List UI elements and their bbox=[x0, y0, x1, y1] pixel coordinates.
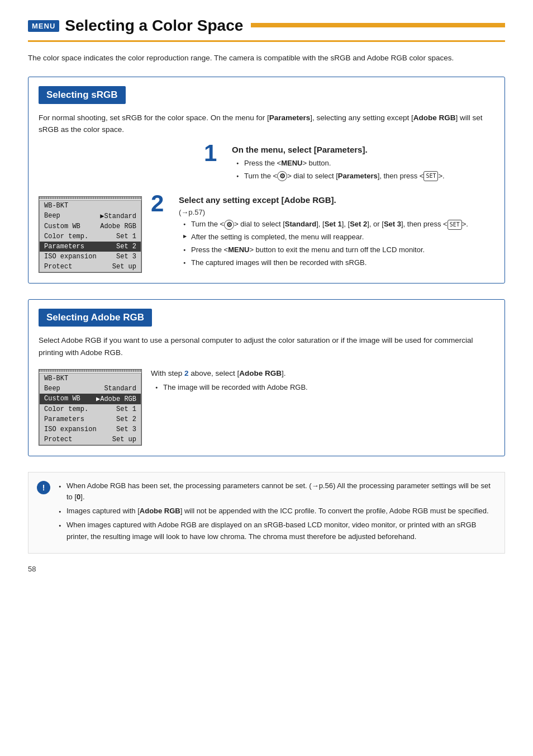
section-srgb-intro: For normal shooting, set sRGB for the co… bbox=[39, 112, 494, 136]
step2-bullets: Turn the <⚙> dial to select [Standard], … bbox=[182, 219, 494, 268]
step1-bullets: Press the <MENU> button. Turn the <⚙> di… bbox=[235, 158, 494, 182]
step2-bullet3: Press the <MENU> button to exit the menu… bbox=[182, 244, 494, 256]
step2-bullet2: After the setting is completed, the menu… bbox=[182, 231, 494, 243]
page-number: 58 bbox=[28, 565, 505, 573]
section-adobe-header: Selecting Adobe RGB bbox=[39, 309, 152, 327]
step2-row: WB-BKTBeep▶StandardCustom WBAdobe RGBCol… bbox=[39, 194, 494, 273]
step1-bullet2: Turn the <⚙> dial to select [Parameters]… bbox=[235, 171, 494, 182]
menu-badge: MENU bbox=[28, 20, 59, 32]
section-adobe-intro: Select Adobe RGB if you want to use a pe… bbox=[39, 334, 494, 358]
page-title: Selecting a Color Space bbox=[65, 17, 243, 35]
notes-list: When Adobe RGB has been set, the process… bbox=[58, 480, 496, 545]
note-item-2: Images captured with [Adobe RGB] will no… bbox=[58, 505, 496, 517]
section-srgb-header: Selecting sRGB bbox=[39, 86, 126, 104]
adobe-step-bullets: The image will be recorded with Adobe RG… bbox=[154, 382, 494, 394]
notes-section: ! When Adobe RGB has been set, the proce… bbox=[28, 472, 505, 554]
adobe-step-text: With step 2 above, select [Adobe RGB]. bbox=[151, 369, 494, 377]
step2-content: Select any setting except [Adobe RGB]. (… bbox=[179, 194, 494, 270]
step2-bullet4: The captured images will then be recorde… bbox=[182, 257, 494, 269]
steps-area-srgb: 1 On the menu, select [Parameters]. Pres… bbox=[39, 144, 494, 273]
step1-number: 1 bbox=[204, 141, 229, 165]
svg-text:!: ! bbox=[42, 483, 45, 492]
note-item-1: When Adobe RGB has been set, the process… bbox=[58, 480, 496, 504]
step2-title: Select any setting except [Adobe RGB]. bbox=[179, 195, 494, 205]
adobe-step-content: With step 2 above, select [Adobe RGB]. T… bbox=[151, 367, 494, 395]
note-icon: ! bbox=[36, 480, 52, 545]
step2-number: 2 bbox=[151, 192, 175, 215]
step2-bullet1: Turn the <⚙> dial to select [Standard], … bbox=[182, 219, 494, 230]
adobe-bullet1: The image will be recorded with Adobe RG… bbox=[154, 382, 494, 394]
section-srgb: Selecting sRGB For normal shooting, set … bbox=[28, 77, 505, 284]
section-adobe-rgb: Selecting Adobe RGB Select Adobe RGB if … bbox=[28, 299, 505, 456]
step1-bullet1: Press the <MENU> button. bbox=[235, 158, 494, 169]
step2-subnote: (→p.57) bbox=[179, 208, 494, 216]
title-bar-decoration bbox=[251, 23, 505, 27]
page-intro: The color space indicates the color repr… bbox=[28, 52, 505, 64]
menu-mockup-adobe: WB-BKTBeepStandardCustom WB▶Adobe RGBCol… bbox=[39, 367, 142, 446]
page-title-area: MENU Selecting a Color Space bbox=[28, 17, 505, 42]
step1-title: On the menu, select [Parameters]. bbox=[232, 145, 494, 154]
adobe-step-row: WB-BKTBeepStandardCustom WB▶Adobe RGBCol… bbox=[39, 367, 494, 446]
step1-row: 1 On the menu, select [Parameters]. Pres… bbox=[39, 144, 494, 183]
menu-mockup-srgb: WB-BKTBeep▶StandardCustom WBAdobe RGBCol… bbox=[39, 194, 142, 273]
note-item-3: When images captured with Adobe RGB are … bbox=[58, 519, 496, 543]
step1-content: On the menu, select [Parameters]. Press … bbox=[232, 144, 494, 183]
